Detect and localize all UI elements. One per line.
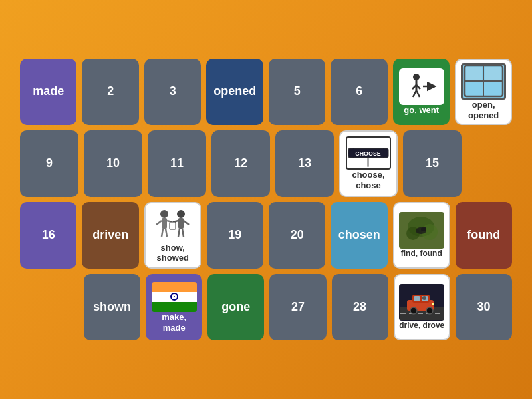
- card-open-opened[interactable]: open, opened: [455, 59, 512, 125]
- card-label: 19: [228, 228, 241, 243]
- card-28[interactable]: 28: [332, 274, 388, 340]
- svg-point-0: [413, 74, 420, 80]
- svg-rect-29: [170, 222, 176, 229]
- india-flag-icon: [152, 282, 197, 312]
- card-label: made: [33, 84, 64, 99]
- svg-text:CHOOSE: CHOOSE: [355, 150, 380, 157]
- card-label: 2: [107, 84, 114, 99]
- card-choose-chose[interactable]: CHOOSE choose, chose: [339, 130, 398, 197]
- svg-point-17: [160, 210, 168, 218]
- card-label: go, went: [404, 105, 439, 116]
- card-label: 13: [298, 156, 311, 171]
- card-drive-drove[interactable]: drive, drove: [394, 274, 450, 340]
- card-label: shown: [93, 300, 131, 315]
- card-go-went[interactable]: go, went: [393, 59, 450, 125]
- go-icon: [399, 68, 444, 105]
- drive-image-icon: [399, 284, 444, 321]
- row-1: made 2 3 opened 5 6: [20, 59, 512, 125]
- card-label: driven: [92, 228, 128, 243]
- card-label: 6: [356, 84, 362, 99]
- svg-line-21: [162, 229, 163, 237]
- svg-point-45: [426, 307, 433, 314]
- driving-car-icon: [400, 285, 444, 320]
- card-label: drive, drove: [399, 321, 444, 330]
- card-5[interactable]: 5: [269, 59, 325, 125]
- svg-line-28: [182, 229, 184, 237]
- svg-line-27: [178, 229, 180, 237]
- window-image-icon: [463, 65, 504, 98]
- card-label: show, showed: [150, 243, 196, 263]
- card-label: 11: [170, 156, 184, 171]
- card-label: chosen: [338, 228, 380, 243]
- svg-line-4: [413, 90, 416, 97]
- card-label: make, made: [150, 312, 198, 332]
- card-find-found[interactable]: find, found: [393, 202, 450, 269]
- show-image-icon: [150, 207, 196, 243]
- card-20[interactable]: 20: [269, 202, 325, 269]
- card-shown[interactable]: shown: [84, 274, 140, 340]
- svg-point-36: [424, 227, 426, 230]
- card-label: 12: [234, 156, 247, 171]
- card-9[interactable]: 9: [20, 130, 78, 197]
- card-15[interactable]: 15: [403, 130, 462, 197]
- card-27[interactable]: 27: [269, 274, 326, 340]
- card-3[interactable]: 3: [144, 59, 201, 125]
- card-19[interactable]: 19: [207, 202, 263, 269]
- row-3: 16 driven: [20, 202, 512, 269]
- svg-rect-46: [432, 303, 434, 305]
- walking-person-icon: [403, 72, 440, 102]
- card-label: choose, chose: [344, 170, 392, 190]
- card-label: 28: [353, 300, 366, 315]
- svg-line-22: [166, 229, 167, 237]
- card-label: 30: [477, 300, 490, 315]
- card-30[interactable]: 30: [456, 274, 512, 340]
- svg-rect-11: [485, 67, 501, 80]
- game-board: made 2 3 opened 5 6: [13, 52, 519, 347]
- card-2[interactable]: 2: [82, 59, 138, 125]
- find-nature-icon: [400, 213, 443, 248]
- svg-line-19: [156, 221, 162, 225]
- choose-sign-icon: CHOOSE: [346, 136, 391, 170]
- svg-rect-42: [414, 296, 420, 301]
- card-label: 15: [426, 156, 439, 171]
- card-16[interactable]: 16: [20, 202, 76, 269]
- card-opened[interactable]: opened: [206, 59, 263, 125]
- card-driven[interactable]: driven: [82, 202, 138, 269]
- svg-rect-18: [162, 218, 167, 229]
- card-10[interactable]: 10: [84, 130, 142, 197]
- svg-point-23: [177, 210, 185, 218]
- card-make-made[interactable]: make, made: [146, 274, 202, 340]
- card-label: 10: [106, 156, 120, 171]
- svg-point-47: [422, 296, 426, 300]
- card-label: found: [467, 228, 500, 243]
- svg-rect-10: [466, 67, 482, 80]
- svg-point-44: [410, 307, 417, 314]
- card-12[interactable]: 12: [211, 130, 270, 197]
- card-11[interactable]: 11: [148, 130, 206, 197]
- card-label: 3: [170, 84, 176, 99]
- card-label: 9: [46, 156, 53, 171]
- row-2: 9 10 11 12 13 CHOOSE choose, chose: [20, 130, 512, 197]
- window-icon: [461, 63, 506, 100]
- choose-sign-image: CHOOSE: [347, 138, 390, 168]
- card-13[interactable]: 13: [275, 130, 334, 197]
- people-showing-icon: [151, 207, 194, 242]
- card-made[interactable]: made: [20, 59, 76, 125]
- card-label: 27: [291, 300, 305, 315]
- svg-line-26: [184, 221, 189, 225]
- card-6[interactable]: 6: [331, 59, 387, 125]
- card-chosen[interactable]: chosen: [331, 202, 387, 269]
- svg-rect-24: [178, 218, 184, 229]
- card-label: 20: [291, 228, 304, 243]
- row-4: shown make, made gone 27 28: [84, 274, 512, 340]
- svg-line-5: [416, 90, 420, 97]
- find-image-icon: [399, 212, 444, 249]
- card-label: 5: [294, 84, 301, 99]
- card-label: 16: [42, 228, 55, 243]
- card-label: gone: [221, 300, 250, 315]
- card-show-showed[interactable]: show, showed: [144, 202, 201, 269]
- card-found[interactable]: found: [456, 202, 512, 269]
- card-label: opened: [213, 84, 256, 99]
- card-gone[interactable]: gone: [207, 274, 264, 340]
- card-label: open, opened: [460, 100, 507, 120]
